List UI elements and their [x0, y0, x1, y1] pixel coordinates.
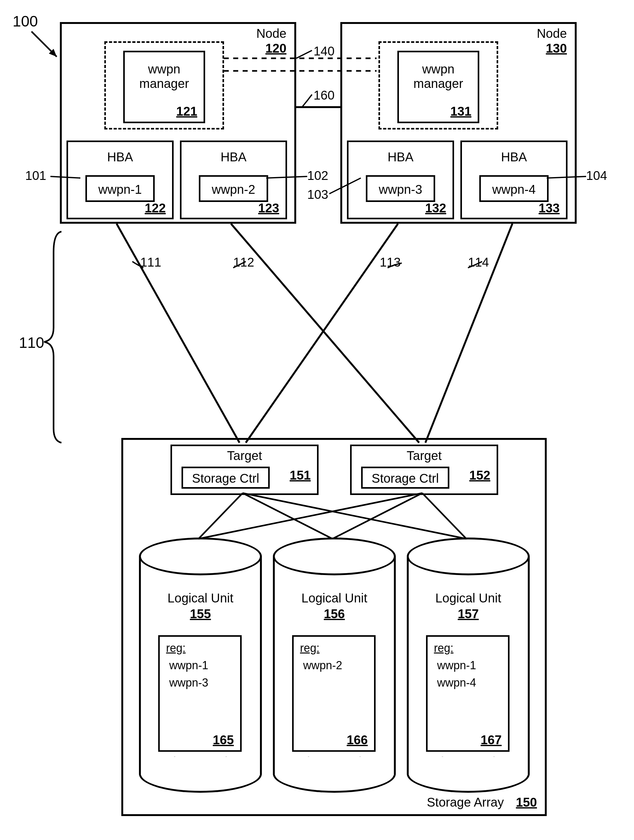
hba-123-id: 123: [258, 201, 279, 215]
hba-132-id: 132: [425, 201, 446, 215]
wwpn-3-label: wwpn-3: [367, 182, 433, 197]
hba-133: HBA wwpn-4 133: [460, 141, 568, 219]
lu-156: Logical Unit 156 reg: wwpn-2 166: [273, 537, 396, 793]
hba-123-title: HBA: [182, 150, 286, 164]
target-152-ctrl-label: Storage Ctrl: [363, 471, 448, 486]
lu-156-reg: reg: wwpn-2 166: [292, 635, 376, 752]
hba-122-title: HBA: [68, 150, 172, 164]
node-120-title: Node: [256, 27, 286, 41]
lu-155-reg-label: reg:: [166, 641, 186, 655]
callout-114: 114: [468, 255, 489, 269]
target-152-id: 152: [469, 468, 490, 482]
lu-157-reg-1: wwpn-4: [437, 676, 476, 689]
callout-113: 113: [380, 255, 401, 269]
lu-157-reg-0: wwpn-1: [437, 659, 476, 672]
wwpn-1-label: wwpn-1: [87, 182, 153, 197]
lu-155-reg-1: wwpn-3: [169, 676, 208, 689]
target-151-id: 151: [289, 468, 311, 482]
lu-156-reg-0: wwpn-2: [303, 659, 342, 672]
hba-122: HBA wwpn-1 122: [66, 141, 174, 219]
hba-132-title: HBA: [348, 150, 452, 164]
hba-133-id: 133: [539, 201, 560, 215]
target-152-title: Target: [352, 449, 496, 463]
hba-122-id: 122: [145, 201, 166, 215]
storage-array: Storage Array 150 Target Storage Ctrl 15…: [121, 438, 547, 816]
wwpn-mgr-121-id: 121: [176, 104, 197, 118]
lu-157-reg-label: reg:: [434, 641, 454, 655]
wwpn-mgr-131-title: wwpn manager: [399, 62, 478, 91]
hba-133-title: HBA: [462, 150, 566, 164]
lu-156-reg-id: 166: [346, 733, 368, 747]
wwpn-mgr-131-id: 131: [450, 104, 471, 118]
target-151: Target Storage Ctrl 151: [171, 445, 319, 495]
node-120-id: 120: [265, 41, 286, 55]
wwpn-mgr-121-container: wwpn manager 121: [104, 41, 224, 129]
lu-157-id: 157: [458, 607, 479, 621]
target-151-title: Target: [172, 449, 317, 463]
lu-155-title: Logical Unit: [141, 591, 260, 605]
target-151-ctrl-label: Storage Ctrl: [183, 471, 268, 486]
wwpn-mgr-121-box: wwpn manager 121: [123, 51, 205, 123]
hba-123: HBA wwpn-2 123: [180, 141, 287, 219]
diagram-root: 100 Node 120 wwpn manager 121 HBA wwpn-1…: [13, 13, 618, 826]
target-152-ctrl: Storage Ctrl: [361, 467, 449, 489]
callout-140: 140: [313, 44, 335, 58]
callout-102: 102: [307, 169, 328, 183]
lu-156-reg-label: reg:: [300, 641, 319, 655]
svg-line-10: [246, 224, 398, 443]
lu-155-reg-0: wwpn-1: [169, 659, 208, 672]
lu-157-title: Logical Unit: [409, 591, 528, 605]
wwpn-4-label: wwpn-4: [481, 182, 547, 197]
svg-line-8: [117, 224, 239, 443]
lu-156-title: Logical Unit: [275, 591, 394, 605]
storage-array-title: Storage Array: [427, 795, 504, 810]
callout-160: 160: [313, 88, 335, 103]
wwpn-2-box: wwpn-2: [199, 175, 268, 202]
lu-155-reg-id: 165: [213, 733, 234, 747]
wwpn-mgr-131-container: wwpn manager 131: [378, 41, 498, 129]
lu-157-reg-id: 167: [481, 733, 502, 747]
node-120: Node 120 wwpn manager 121 HBA wwpn-1 122…: [60, 22, 296, 224]
system-id-label: 100: [13, 13, 38, 30]
target-152: Target Storage Ctrl 152: [350, 445, 498, 495]
wwpn-3-box: wwpn-3: [366, 175, 435, 202]
lu-157: Logical Unit 157 reg: wwpn-1 wwpn-4 167: [407, 537, 530, 793]
lu-155-id: 155: [190, 607, 211, 621]
node-130-title: Node: [537, 27, 567, 41]
storage-array-id: 150: [516, 795, 537, 810]
callout-104: 104: [586, 169, 607, 183]
lu-157-reg: reg: wwpn-1 wwpn-4 167: [426, 635, 509, 752]
wwpn-1-box: wwpn-1: [85, 175, 155, 202]
callout-111: 111: [140, 255, 161, 269]
target-151-ctrl: Storage Ctrl: [182, 467, 270, 489]
callout-103: 103: [307, 188, 328, 202]
node-130: Node 130 wwpn manager 131 HBA wwpn-3 132…: [340, 22, 577, 224]
lu-156-id: 156: [324, 607, 345, 621]
lu-155: Logical Unit 155 reg: wwpn-1 wwpn-3 165: [139, 537, 262, 793]
fabric-id: 110: [19, 334, 44, 351]
svg-marker-0: [49, 49, 57, 57]
lu-155-reg: reg: wwpn-1 wwpn-3 165: [158, 635, 242, 752]
wwpn-mgr-121-title: wwpn manager: [125, 62, 204, 91]
wwpn-4-box: wwpn-4: [479, 175, 549, 202]
node-130-id: 130: [546, 41, 567, 55]
hba-132: HBA wwpn-3 132: [347, 141, 454, 219]
callout-101: 101: [25, 169, 46, 183]
wwpn-2-label: wwpn-2: [201, 182, 267, 197]
wwpn-mgr-131-box: wwpn manager 131: [397, 51, 479, 123]
callout-112: 112: [233, 255, 254, 269]
